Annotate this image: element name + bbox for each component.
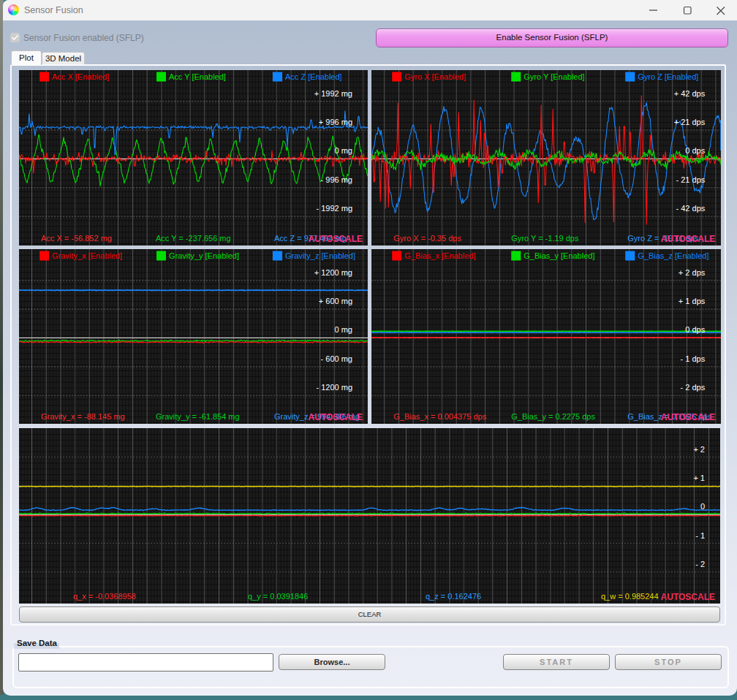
svg-text:- 2: - 2	[695, 560, 705, 568]
svg-text:Gyro Y = -1.19 dps: Gyro Y = -1.19 dps	[511, 234, 579, 243]
svg-text:- 1 dps: - 1 dps	[680, 354, 705, 363]
svg-text:Gravity_y = -61.854 mg: Gravity_y = -61.854 mg	[156, 412, 240, 421]
svg-text:+ 1200 mg: + 1200 mg	[314, 268, 352, 277]
svg-text:Acc Y = -237.656 mg: Acc Y = -237.656 mg	[156, 234, 231, 243]
svg-text:- 2 dps: - 2 dps	[680, 383, 705, 392]
svg-text:- 600 mg: - 600 mg	[321, 354, 352, 363]
svg-text:G_Bias_x = 0.004375 dps: G_Bias_x = 0.004375 dps	[393, 412, 486, 421]
svg-text:Gyro X = -0.35 dps: Gyro X = -0.35 dps	[393, 234, 461, 243]
svg-text:- 1992 mg: - 1992 mg	[316, 204, 352, 213]
svg-text:0 dps: 0 dps	[685, 325, 705, 334]
svg-text:- 21 dps: - 21 dps	[676, 175, 705, 184]
svg-text:Gyro Z [Enabled]: Gyro Z [Enabled]	[638, 72, 698, 81]
svg-text:+ 996 mg: + 996 mg	[319, 118, 352, 126]
svg-text:Gravity_y [Enabled]: Gravity_y [Enabled]	[169, 251, 239, 260]
svg-text:Acc Z [Enabled]: Acc Z [Enabled]	[285, 72, 342, 81]
svg-text:Gravity_x [Enabled]: Gravity_x [Enabled]	[52, 251, 122, 260]
svg-text:Gyro X [Enabled]: Gyro X [Enabled]	[404, 72, 466, 81]
svg-text:Acc X = -56.852 mg: Acc X = -56.852 mg	[41, 234, 112, 243]
svg-text:0 mg: 0 mg	[335, 146, 352, 155]
svg-text:- 996 mg: - 996 mg	[321, 175, 352, 184]
svg-text:0 dps: 0 dps	[685, 146, 705, 155]
svg-text:q_w = 0.985244: q_w = 0.985244	[601, 592, 659, 601]
svg-text:AUTOSCALE: AUTOSCALE	[309, 412, 363, 422]
svg-text:- 1200 mg: - 1200 mg	[316, 383, 352, 392]
svg-text:q_z = 0.162476: q_z = 0.162476	[426, 592, 481, 601]
svg-text:+ 600 mg: + 600 mg	[319, 297, 352, 305]
svg-text:AUTOSCALE: AUTOSCALE	[309, 234, 363, 244]
svg-text:+ 2 dps: + 2 dps	[678, 268, 705, 277]
svg-text:- 1: - 1	[695, 531, 705, 540]
svg-text:q_y = 0.0391846: q_y = 0.0391846	[248, 592, 308, 601]
svg-text:G_Bias_z [Enabled]: G_Bias_z [Enabled]	[638, 251, 708, 260]
svg-text:AUTOSCALE: AUTOSCALE	[660, 412, 714, 422]
svg-text:G_Bias_y [Enabled]: G_Bias_y [Enabled]	[524, 251, 594, 260]
svg-text:G_Bias_x [Enabled]: G_Bias_x [Enabled]	[404, 251, 475, 260]
svg-text:Gyro Y [Enabled]: Gyro Y [Enabled]	[524, 72, 584, 81]
svg-text:0 mg: 0 mg	[335, 325, 352, 334]
svg-text:- 42 dps: - 42 dps	[676, 204, 705, 213]
svg-text:+ 1 dps: + 1 dps	[678, 297, 705, 305]
svg-text:AUTOSCALE: AUTOSCALE	[660, 234, 714, 244]
svg-text:+ 1: + 1	[693, 473, 705, 482]
svg-text:+ 21 dps: + 21 dps	[673, 118, 705, 126]
svg-text:G_Bias_y = 0.2275 dps: G_Bias_y = 0.2275 dps	[511, 412, 595, 421]
svg-text:Acc Y [Enabled]: Acc Y [Enabled]	[169, 72, 226, 81]
svg-text:Gravity_z [Enabled]: Gravity_z [Enabled]	[285, 251, 355, 260]
svg-text:0: 0	[700, 502, 705, 511]
svg-text:AUTOSCALE: AUTOSCALE	[661, 592, 715, 602]
svg-text:+ 1992 mg: + 1992 mg	[314, 89, 352, 98]
svg-text:Acc X [Enabled]: Acc X [Enabled]	[52, 72, 109, 81]
svg-text:q_x = -0.0368958: q_x = -0.0368958	[73, 592, 136, 601]
svg-text:Gravity_x = -88.145 mg: Gravity_x = -88.145 mg	[41, 412, 125, 421]
svg-text:+ 42 dps: + 42 dps	[673, 89, 705, 98]
svg-text:+ 2: + 2	[693, 445, 705, 454]
